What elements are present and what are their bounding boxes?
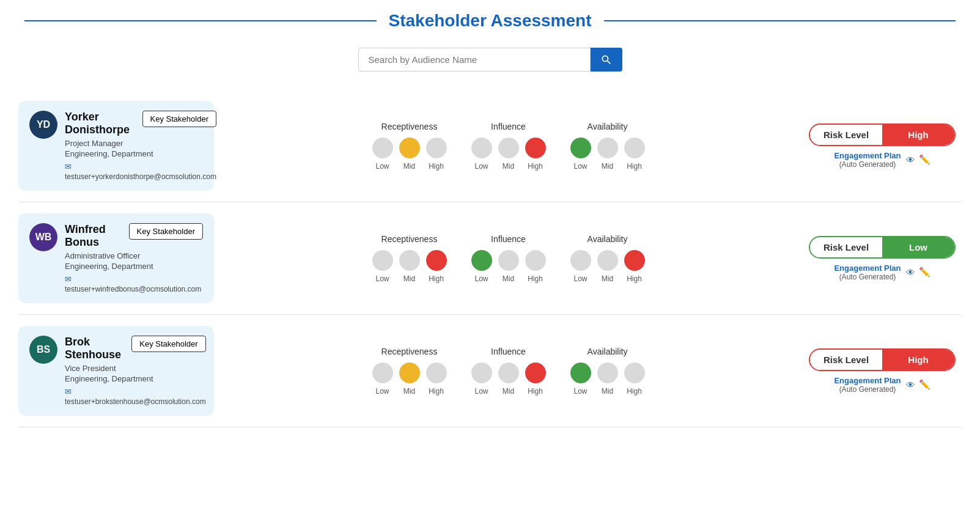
metric-influence: Influence Low Mid High xyxy=(471,347,546,396)
label-mid: Mid xyxy=(597,162,618,171)
circle-high xyxy=(426,138,447,158)
label-high: High xyxy=(426,274,447,283)
circles-row xyxy=(471,250,546,271)
label-low: Low xyxy=(372,387,393,396)
circle-high xyxy=(426,250,447,271)
edit-icon[interactable]: ✏️ xyxy=(919,379,930,390)
metric-label: Influence xyxy=(491,122,526,131)
stakeholder-card: BS Brok Stenhouse Key Stakeholder Vice P… xyxy=(18,326,214,416)
label-low: Low xyxy=(570,387,591,396)
card-role: Project Manager xyxy=(65,139,216,148)
label-low: Low xyxy=(471,274,492,283)
circle-low xyxy=(471,138,492,158)
header-line-right xyxy=(604,20,956,21)
email-icon: ✉ xyxy=(65,162,216,171)
view-icon[interactable]: 👁 xyxy=(906,380,915,390)
stakeholder-card: WB Winfred Bonus Key Stakeholder Adminis… xyxy=(18,213,214,303)
label-low: Low xyxy=(570,162,591,171)
card-dept: Engineering, Department xyxy=(65,149,216,158)
metric-label: Receptiveness xyxy=(381,347,438,356)
metric-label: Receptiveness xyxy=(381,122,438,131)
card-role: Vice President xyxy=(65,364,206,373)
engagement-plan-link[interactable]: Engagement Plan xyxy=(834,263,901,273)
label-low: Low xyxy=(570,274,591,283)
search-bar xyxy=(0,48,980,72)
label-low: Low xyxy=(471,162,492,171)
header-line-left xyxy=(24,20,377,21)
circle-high xyxy=(426,363,447,383)
engagement-info: Engagement Plan (Auto Generated) xyxy=(834,151,901,169)
page-header: Stakeholder Assessment xyxy=(0,0,980,37)
circle-mid xyxy=(597,250,618,271)
circles-row xyxy=(471,363,546,383)
metric-receptiveness: Receptiveness Low Mid High xyxy=(372,122,447,171)
metric-availability: Availability Low Mid High xyxy=(570,234,645,283)
metrics-group: Receptiveness Low Mid High Influence Low… xyxy=(226,122,790,171)
circle-mid xyxy=(498,250,519,271)
view-icon[interactable]: 👁 xyxy=(906,155,915,165)
circle-labels: Low Mid High xyxy=(570,162,645,171)
label-mid: Mid xyxy=(597,274,618,283)
label-high: High xyxy=(525,387,546,396)
circle-high xyxy=(624,138,645,158)
search-icon xyxy=(600,54,613,66)
engagement-plan: Engagement Plan (Auto Generated) 👁 ✏️ xyxy=(834,376,930,394)
circles-row xyxy=(372,363,447,383)
circles-row xyxy=(570,363,645,383)
risk-block: Risk Level High Engagement Plan (Auto Ge… xyxy=(803,123,962,169)
circle-labels: Low Mid High xyxy=(372,387,447,396)
label-high: High xyxy=(525,162,546,171)
circles-row xyxy=(570,138,645,158)
stakeholder-list: YD Yorker Donisthorpe Key Stakeholder Pr… xyxy=(0,90,980,427)
metric-label: Influence xyxy=(491,234,526,244)
metrics-group: Receptiveness Low Mid High Influence Low… xyxy=(226,347,790,396)
card-name: Yorker Donisthorpe xyxy=(65,111,142,136)
circle-mid xyxy=(498,138,519,158)
stakeholder-row: WB Winfred Bonus Key Stakeholder Adminis… xyxy=(18,202,962,315)
metric-influence: Influence Low Mid High xyxy=(471,234,546,283)
engagement-plan: Engagement Plan (Auto Generated) 👁 ✏️ xyxy=(834,263,930,281)
engagement-plan-link[interactable]: Engagement Plan xyxy=(834,376,901,385)
engagement-info: Engagement Plan (Auto Generated) xyxy=(834,376,901,394)
circle-low xyxy=(570,250,591,271)
circle-low xyxy=(570,138,591,158)
card-dept: Engineering, Department xyxy=(65,374,206,383)
key-stakeholder-button[interactable]: Key Stakeholder xyxy=(129,223,203,240)
metric-influence: Influence Low Mid High xyxy=(471,122,546,171)
card-header-row: Winfred Bonus Key Stakeholder xyxy=(65,223,203,251)
label-mid: Mid xyxy=(399,387,420,396)
key-stakeholder-button[interactable]: Key Stakeholder xyxy=(142,111,216,127)
card-email: testuser+brokstenhouse@ocmsolution.com xyxy=(65,397,206,406)
circle-mid xyxy=(597,363,618,383)
circle-labels: Low Mid High xyxy=(471,162,546,171)
view-icon[interactable]: 👁 xyxy=(906,267,915,278)
label-mid: Mid xyxy=(399,162,420,171)
label-high: High xyxy=(426,162,447,171)
circle-high xyxy=(525,138,546,158)
edit-icon[interactable]: ✏️ xyxy=(919,154,930,165)
label-high: High xyxy=(525,274,546,283)
circle-mid xyxy=(498,363,519,383)
engagement-info: Engagement Plan (Auto Generated) xyxy=(834,263,901,281)
search-button[interactable] xyxy=(591,48,622,72)
edit-icon[interactable]: ✏️ xyxy=(919,267,930,278)
label-low: Low xyxy=(372,274,393,283)
engagement-plan-link[interactable]: Engagement Plan xyxy=(834,151,901,160)
risk-pill: Risk Level Low xyxy=(809,236,956,259)
metric-receptiveness: Receptiveness Low Mid High xyxy=(372,234,447,283)
label-mid: Mid xyxy=(597,387,618,396)
stakeholder-card: YD Yorker Donisthorpe Key Stakeholder Pr… xyxy=(18,101,214,191)
circle-mid xyxy=(399,250,420,271)
circle-mid xyxy=(399,363,420,383)
metric-label: Influence xyxy=(491,347,526,356)
risk-block: Risk Level Low Engagement Plan (Auto Gen… xyxy=(803,236,962,281)
card-header-row: Brok Stenhouse Key Stakeholder xyxy=(65,336,206,364)
card-dept: Engineering, Department xyxy=(65,262,203,271)
key-stakeholder-button[interactable]: Key Stakeholder xyxy=(131,336,205,352)
label-high: High xyxy=(624,387,645,396)
card-name: Brok Stenhouse xyxy=(65,336,131,361)
card-role: Administrative Officer xyxy=(65,251,203,260)
circle-labels: Low Mid High xyxy=(570,274,645,283)
search-input[interactable] xyxy=(358,48,591,72)
stakeholder-row: YD Yorker Donisthorpe Key Stakeholder Pr… xyxy=(18,90,962,202)
